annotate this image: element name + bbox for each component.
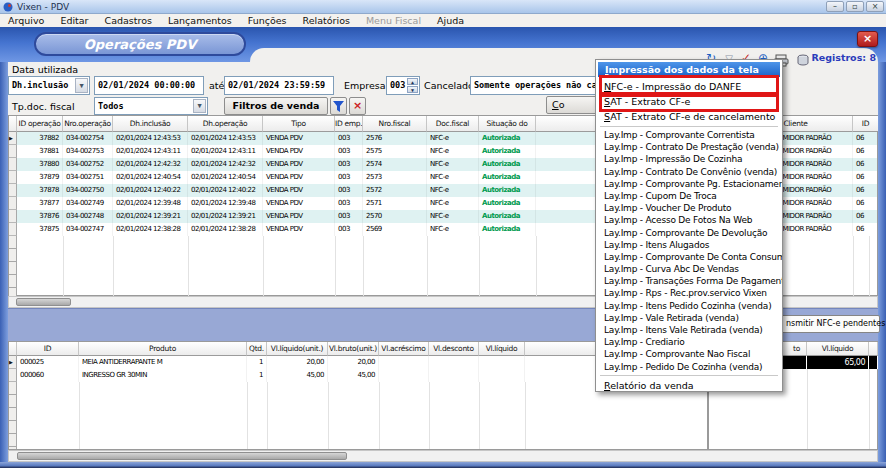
context-menu-item[interactable]: Lay.Imp - Itens Pedido Cozinha (venda) [596,300,782,312]
col-vl-desconto[interactable]: Vl.desconto [429,342,479,356]
col-qtd[interactable]: Qtd. [247,342,267,356]
menu-item[interactable]: Menu Fiscal [358,15,429,26]
context-menu-item[interactable]: Lay.Imp - Crediario [596,336,782,348]
row-selector[interactable] [9,223,17,236]
col-id-operacao[interactable]: ID operação [17,116,63,132]
window-title: Vixen - PDV [17,2,69,12]
menu-separator [600,126,778,127]
context-menu-item[interactable]: Lay.Imp - Voucher De Produto [596,202,782,214]
row-selector[interactable] [9,145,17,158]
col-nro-operacao[interactable]: Nro.operação [63,116,113,132]
context-menu-item[interactable]: Lay.Imp - Comprovante De Conta Consumo [596,251,782,263]
context-menu-item[interactable]: Lay.Imp - Pedido De Cozinha (venda) [596,361,782,373]
col-vl-liquido-unit[interactable]: Vl.líquido(unit.) [267,342,328,356]
status-badge: Autorizada [479,145,536,158]
context-menu-item[interactable]: Lay.Imp - Comprovante Correntista [596,129,782,141]
col-item-id[interactable]: ID [17,342,79,356]
date-field-selector[interactable]: Dh.inclusão▼ [8,76,90,95]
menu-separator [600,375,778,376]
context-menu-item[interactable]: Lay.Imp - Vale Retirada (venda) [596,312,782,324]
status-badge: Autorizada [479,184,536,197]
row-selector[interactable] [9,132,17,145]
date-to-input[interactable]: 02/01/2024 23:59:59 [224,76,334,95]
spin-up-icon[interactable]: ▲ [407,78,418,85]
context-menu-item[interactable]: Lay.Imp - Rps - Rec.prov.servico Vixen [596,287,782,299]
col-vl-bruto-unit[interactable]: Vl.bruto(unit.) [328,342,379,356]
tp-doc-fiscal-select[interactable]: Todos▼ [94,97,208,115]
context-menu-header: Impressão dos dados da tela [598,62,780,77]
menu-item[interactable]: Arquivo [0,15,52,26]
chevron-down-icon[interactable]: ▼ [193,99,206,113]
context-menu-item[interactable]: Lay.Imp - Cupom De Troca [596,190,782,202]
items-grid-hscrollbar[interactable] [8,450,878,462]
menu-item[interactable]: Cadastros [97,15,160,26]
menu-item[interactable]: Editar [52,15,96,26]
title-bar: Vixen - PDV – ▫ × [0,0,886,14]
context-menu-item[interactable]: Lay.Imp - Comprovante Nao Fiscal [596,348,782,360]
col-vl-liquido[interactable]: Vl.líquido [479,342,525,356]
empresa-label: Empresa [344,80,386,91]
row-selector[interactable] [9,369,17,382]
col-produto[interactable]: Produto [79,342,247,356]
status-badge: Autorizada [479,158,536,171]
scrollbar-thumb[interactable] [17,452,347,460]
row-selector[interactable] [9,158,17,171]
close-button[interactable]: × [866,1,884,12]
context-menu-item[interactable]: NFC-e - Impressão do DANFE [596,79,782,94]
app-icon [3,2,13,12]
col-id-emp[interactable]: ID emp. [335,116,363,132]
menu-item[interactable]: Funções [240,15,295,26]
record-count: Registros: 8 [811,52,876,63]
status-badge: Autorizada [479,210,536,223]
minimize-button[interactable]: – [826,1,844,12]
database-icon[interactable] [797,52,810,71]
corner-cell [9,342,17,356]
window-border-left [0,62,8,468]
context-menu-item-relatorio[interactable]: Relatório da venda [596,378,782,393]
context-menu-item[interactable]: Lay.Imp - Contrato De Prestação (venda) [596,141,782,153]
panel-close-button[interactable]: × [857,31,878,47]
row-selector[interactable] [9,210,17,223]
context-menu-item[interactable]: Lay.Imp - Itens Alugados [596,239,782,251]
filtros-venda-button[interactable]: Filtros de venda [224,97,328,115]
row-selector[interactable] [9,184,17,197]
print-context-menu: Impressão dos dados da tela NFC-e - Impr… [595,59,783,392]
empresa-stepper[interactable]: 003 ▲ ▼ [386,76,420,95]
clear-filter-button[interactable]: × [349,97,366,115]
row-selector[interactable] [9,171,17,184]
col-vl-acrescimo[interactable]: Vl.acréscimo [379,342,429,356]
context-menu-item[interactable]: Lay.Imp - Acesso De Fotos Na Web [596,214,782,226]
context-menu-item[interactable]: Lay.Imp - Comprovante De Devolução [596,227,782,239]
status-badge: Autorizada [479,223,536,236]
context-menu-item[interactable]: SAT - Extrato CF-e [596,94,782,109]
menu-item[interactable]: Ajuda [429,15,472,26]
empty-row-selectors [9,382,17,449]
col-doc-fiscal[interactable]: Doc.fiscal [427,116,479,132]
context-menu-item[interactable]: Lay.Imp - Comprovante Pg. Estacionamento [596,178,782,190]
apply-filter-button[interactable] [330,97,347,115]
row-selector[interactable] [9,197,17,210]
chevron-down-icon[interactable]: ▼ [75,78,88,93]
col-id[interactable]: ID [853,116,879,132]
scrollbar-thumb[interactable] [16,298,71,306]
col-dh-inclusao[interactable]: Dh.inclusão [113,116,188,132]
context-menu-item[interactable]: Lay.Imp - Curva Abc De Vendas [596,263,782,275]
context-menu-item[interactable]: Lay.Imp - Contrato De Convênio (venda) [596,166,782,178]
context-menu-item[interactable]: SAT - Extrato CF-e de cancelamento [596,109,782,124]
date-from-input[interactable]: 02/01/2024 00:00:00 [94,76,204,95]
spin-down-icon[interactable]: ▼ [407,86,418,93]
col-dh-operacao[interactable]: Dh.operação [188,116,263,132]
context-menu-item[interactable]: Lay.Imp - Itens Vale Retirada (venda) [596,324,782,336]
col-situacao[interactable]: Situação do [479,116,536,132]
row-selector[interactable] [9,356,17,369]
col-nro-fiscal[interactable]: Nro.fiscal [363,116,427,132]
restore-button[interactable]: ▫ [846,1,864,12]
menu-item[interactable]: Lançamentos [160,15,240,26]
col-tipo[interactable]: Tipo [263,116,335,132]
funnel-icon [333,101,344,112]
context-menu-item[interactable]: Lay.Imp - Transações Forma De Pagamento [596,275,782,287]
context-menu-item[interactable]: Lay.Imp - Impressão De Cozinha [596,153,782,165]
menu-item[interactable]: Relatórios [295,15,358,26]
col-vl-liquido[interactable]: Vl.líquido [807,342,869,356]
panel-title: Operações PDV [84,37,196,52]
